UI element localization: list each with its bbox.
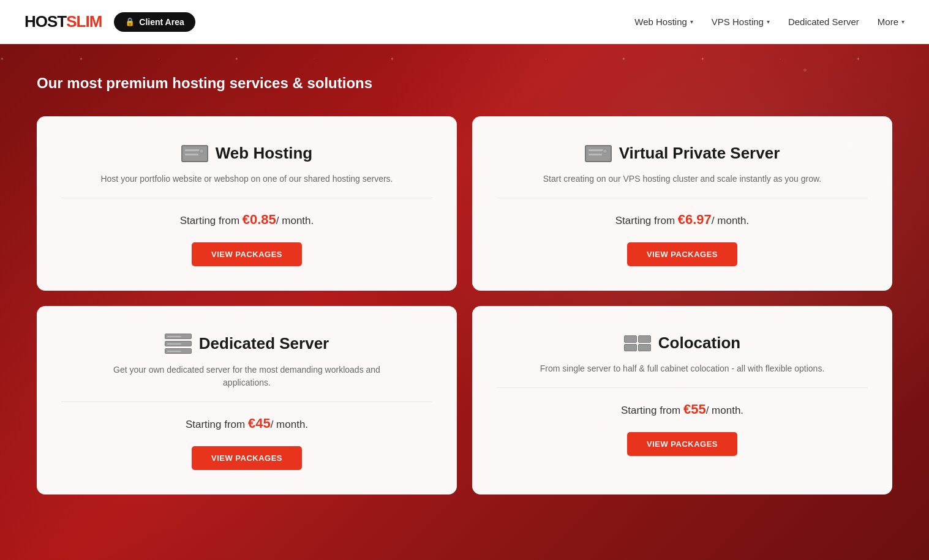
card-web-hosting-desc: Host your portfolio website or webshop o… [100, 173, 393, 185]
nav-more-arrow: ▾ [901, 18, 905, 25]
navbar-left: HOSTSLIM 🔒 Client Area [24, 12, 195, 32]
nav-dedicated-server[interactable]: Dedicated Server [788, 17, 859, 27]
hero-section: Our most premium hosting services & solu… [0, 44, 929, 560]
navbar-right: Web Hosting ▾ VPS Hosting ▾ Dedicated Se… [634, 17, 905, 27]
card-web-hosting-header: Web Hosting [181, 144, 312, 163]
colocation-icon [624, 335, 651, 351]
nav-web-hosting-label: Web Hosting [634, 17, 687, 27]
dedicated-server-icon [165, 334, 192, 354]
card-dedicated-divider [61, 401, 432, 402]
card-dedicated-price-prefix: Starting from [186, 419, 248, 430]
card-colocation-price: Starting from €55/ month. [621, 401, 743, 417]
card-colocation-header: Colocation [624, 334, 740, 353]
nav-vps-hosting-label: VPS Hosting [712, 17, 764, 27]
card-web-hosting-divider [61, 198, 432, 198]
card-dedicated-price-amount: €45 [248, 416, 271, 431]
card-web-hosting-btn[interactable]: VIEW PACKAGES [192, 242, 302, 266]
card-dedicated-desc: Get your own dedicated server for the mo… [100, 364, 394, 389]
card-dedicated-price: Starting from €45/ month. [186, 416, 308, 431]
card-web-hosting-price-prefix: Starting from [180, 215, 243, 226]
card-web-hosting: Web Hosting Host your portfolio website … [37, 116, 457, 291]
nav-web-hosting[interactable]: Web Hosting ▾ [634, 17, 693, 27]
card-colocation-divider [497, 387, 868, 388]
card-vps-header: Virtual Private Server [585, 144, 780, 163]
nav-dedicated-server-label: Dedicated Server [788, 17, 859, 27]
client-area-button[interactable]: 🔒 Client Area [114, 12, 195, 32]
card-colocation-btn[interactable]: VIEW PACKAGES [627, 432, 737, 456]
lock-icon: 🔒 [125, 17, 135, 26]
hero-title: Our most premium hosting services & solu… [37, 75, 892, 92]
logo-host: HOST [24, 12, 66, 31]
vps-server-icon [585, 145, 612, 162]
card-colocation-price-suffix: / month. [706, 405, 743, 416]
card-colocation-price-prefix: Starting from [621, 405, 683, 416]
card-vps-btn[interactable]: VIEW PACKAGES [627, 242, 737, 266]
card-vps-title: Virtual Private Server [619, 144, 780, 163]
card-web-hosting-price-suffix: / month. [276, 215, 314, 226]
nav-vps-hosting[interactable]: VPS Hosting ▾ [712, 17, 770, 27]
card-colocation: Colocation From single server to half & … [472, 306, 892, 495]
card-colocation-desc: From single server to half & full cabine… [540, 362, 825, 375]
card-web-hosting-price: Starting from €0.85/ month. [180, 212, 314, 228]
decorative-dot [803, 69, 807, 72]
card-dedicated-btn[interactable]: VIEW PACKAGES [192, 446, 302, 470]
card-vps-divider [497, 198, 868, 198]
logo: HOSTSLIM [24, 12, 102, 31]
card-vps-desc: Start creating on our VPS hosting cluste… [543, 173, 821, 185]
cards-grid: Web Hosting Host your portfolio website … [37, 116, 892, 495]
server-icon [181, 145, 208, 162]
card-vps-price-suffix: / month. [712, 215, 749, 226]
client-area-label: Client Area [139, 17, 184, 27]
card-dedicated: Dedicated Server Get your own dedicated … [37, 306, 457, 495]
card-dedicated-price-suffix: / month. [271, 419, 308, 430]
card-dedicated-title: Dedicated Server [199, 334, 329, 353]
logo-slim: SLIM [66, 12, 102, 31]
card-colocation-title: Colocation [658, 334, 740, 353]
nav-web-hosting-arrow: ▾ [690, 18, 693, 25]
nav-vps-hosting-arrow: ▾ [767, 18, 770, 25]
card-web-hosting-price-amount: €0.85 [243, 212, 276, 227]
card-web-hosting-title: Web Hosting [216, 144, 312, 163]
nav-more[interactable]: More ▾ [878, 17, 905, 27]
navbar: HOSTSLIM 🔒 Client Area Web Hosting ▾ VPS… [0, 0, 929, 44]
nav-more-label: More [878, 17, 898, 27]
card-vps-price-amount: €6.97 [678, 212, 712, 227]
card-vps: Virtual Private Server Start creating on… [472, 116, 892, 291]
card-vps-price-prefix: Starting from [615, 215, 678, 226]
card-vps-price: Starting from €6.97/ month. [615, 212, 750, 228]
card-dedicated-header: Dedicated Server [165, 334, 329, 354]
card-colocation-price-amount: €55 [683, 401, 706, 417]
